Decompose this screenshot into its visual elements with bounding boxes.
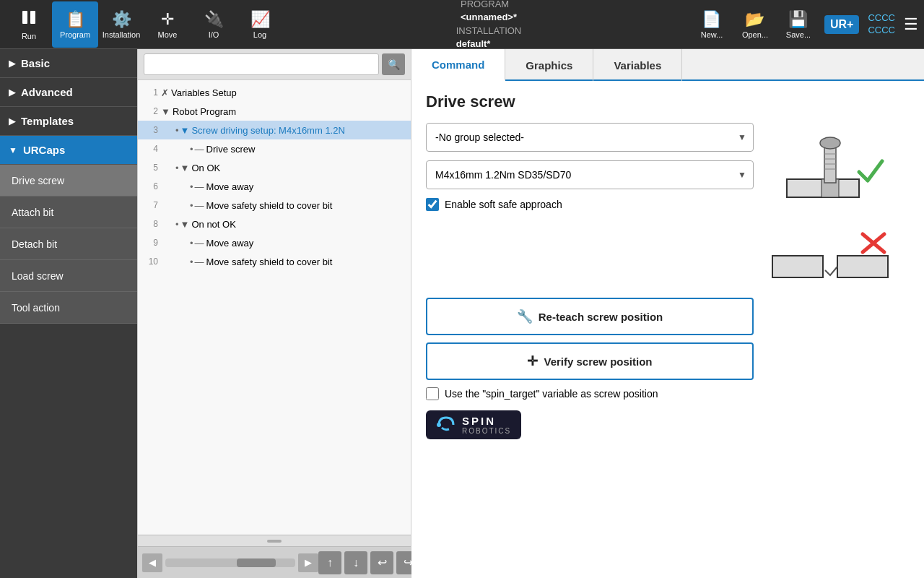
search-bar: 🔍 bbox=[138, 49, 411, 80]
middle-toolbar: ◀ ▶ ↑ ↓ ↩ ↪ ✂ ⧉ 📋 🗑 ⌨ bbox=[138, 546, 411, 578]
screw-type-dropdown-row: M4x16mm 1.2Nm SD35/SD70 bbox=[426, 160, 754, 189]
middle-divider-handle[interactable] bbox=[138, 535, 411, 546]
tree-row[interactable]: 3•▼ Screw driving setup: M4x16mm 1.2N bbox=[138, 121, 411, 139]
tree-node-icon: — bbox=[195, 200, 204, 211]
diagram-ok-svg bbox=[765, 121, 895, 208]
tab-graphics[interactable]: Graphics bbox=[505, 49, 593, 81]
hamburger-menu[interactable]: ☰ bbox=[904, 15, 918, 34]
spin-target-checkbox[interactable] bbox=[426, 387, 439, 400]
toolbar: Run 📋 Program ⚙️ Installation ✛ Move 🔌 I… bbox=[0, 0, 924, 49]
basic-arrow: ▶ bbox=[9, 59, 15, 69]
tree-row[interactable]: 4•— Drive screw bbox=[138, 139, 411, 158]
tree-node-icon: ▼ bbox=[180, 219, 190, 230]
undo-button[interactable]: ↩ bbox=[370, 551, 393, 574]
sidebar-item-load-screw[interactable]: Load screw bbox=[0, 260, 137, 292]
tree-row[interactable]: 1✗ Variables Setup bbox=[138, 83, 411, 102]
tab-command[interactable]: Command bbox=[411, 49, 505, 81]
open-icon: 📂 bbox=[745, 10, 764, 29]
tree-row[interactable]: 5•▼ On OK bbox=[138, 158, 411, 177]
reteach-button[interactable]: 🔧 Re-teach screw position bbox=[426, 298, 754, 335]
sidebar-advanced[interactable]: ▶ Advanced bbox=[0, 78, 137, 107]
tree-dot: • bbox=[190, 256, 193, 267]
middle-panel: 🔍 1✗ Variables Setup2▼ Robot Program3•▼ … bbox=[137, 49, 411, 578]
spin-target-label: Use the "spin_target" variable as screw … bbox=[445, 388, 658, 400]
log-button[interactable]: 📈 Log bbox=[237, 1, 283, 48]
save-icon: 💾 bbox=[788, 10, 808, 29]
svg-rect-1 bbox=[30, 11, 35, 24]
spin-target-row: Use the "spin_target" variable as screw … bbox=[426, 387, 754, 400]
run-button[interactable]: Run bbox=[6, 1, 52, 48]
tree-row[interactable]: 10•— Move safety shield to cover bit bbox=[138, 252, 411, 271]
group-select[interactable]: -No group selected- bbox=[426, 123, 754, 152]
tree-line-num: 6 bbox=[141, 181, 158, 191]
pager-prev[interactable]: ◀ bbox=[142, 553, 162, 572]
io-button[interactable]: 🔌 I/O bbox=[191, 1, 237, 48]
right-content: Drive screw -No group selected- M4x16mm … bbox=[411, 81, 924, 578]
new-button[interactable]: 📄 New... bbox=[694, 10, 729, 39]
sidebar-basic[interactable]: ▶ Basic bbox=[0, 49, 137, 78]
soft-safe-checkbox[interactable] bbox=[426, 198, 439, 211]
tab-variables[interactable]: Variables bbox=[593, 49, 682, 81]
right-panel: Command Graphics Variables Drive screw -… bbox=[411, 49, 924, 578]
installation-button[interactable]: ⚙️ Installation bbox=[98, 1, 144, 48]
tree-line-num: 4 bbox=[141, 144, 158, 154]
reteach-icon: 🔧 bbox=[517, 309, 533, 324]
sidebar-item-tool-action[interactable]: Tool action bbox=[0, 292, 137, 324]
toolbar-right: 📄 New... 📂 Open... 💾 Save... UR+ CCCC CC… bbox=[694, 10, 918, 39]
sidebar-urcaps[interactable]: ▼ URCaps bbox=[0, 136, 137, 165]
verify-icon: ✛ bbox=[527, 353, 538, 369]
tree-node-label: Robot Program bbox=[173, 106, 236, 117]
program-button[interactable]: 📋 Program bbox=[52, 1, 98, 48]
group-dropdown-row: -No group selected- bbox=[426, 123, 754, 152]
sidebar-templates[interactable]: ▶ Templates bbox=[0, 107, 137, 136]
sidebar: ▶ Basic ▶ Advanced ▶ Templates ▼ URCaps … bbox=[0, 49, 137, 578]
search-button[interactable]: 🔍 bbox=[382, 53, 405, 75]
panel-title: Drive screw bbox=[426, 92, 754, 111]
io-icon: 🔌 bbox=[204, 10, 224, 29]
tree-line-num: 7 bbox=[141, 200, 158, 210]
tree-dot: • bbox=[175, 219, 179, 230]
pager-next[interactable]: ▶ bbox=[298, 553, 318, 572]
tree-node-icon: — bbox=[195, 238, 204, 249]
spin-logo-icon bbox=[436, 415, 456, 435]
verify-button[interactable]: ✛ Verify screw position bbox=[426, 342, 754, 380]
svg-point-2 bbox=[437, 423, 441, 427]
tree-row[interactable]: 2▼ Robot Program bbox=[138, 102, 411, 121]
tree-line-num: 2 bbox=[141, 106, 158, 116]
tree-line-num: 1 bbox=[141, 87, 158, 98]
tree-node-icon: ▼ bbox=[180, 125, 190, 136]
spin-text: SPIN bbox=[462, 415, 511, 427]
tree-node-label: On not OK bbox=[191, 219, 235, 230]
tree-node-icon: ✗ bbox=[161, 87, 169, 98]
screw-type-select[interactable]: M4x16mm 1.2Nm SD35/SD70 bbox=[426, 160, 754, 189]
screw-type-dropdown-wrap: M4x16mm 1.2Nm SD35/SD70 bbox=[426, 160, 754, 189]
action-buttons: 🔧 Re-teach screw position ✛ Verify screw… bbox=[426, 298, 754, 380]
tree-line-num: 8 bbox=[141, 219, 158, 229]
tree-line-num: 3 bbox=[141, 125, 158, 135]
tree-node-icon: — bbox=[195, 144, 204, 155]
tree-node-label: Variables Setup bbox=[171, 87, 237, 98]
tree-dot: • bbox=[190, 144, 193, 155]
svg-rect-12 bbox=[837, 256, 888, 277]
move-up-button[interactable]: ↑ bbox=[318, 551, 341, 574]
tree-line-num: 10 bbox=[141, 256, 158, 267]
tree-row[interactable]: 8•▼ On not OK bbox=[138, 215, 411, 233]
save-button[interactable]: 💾 Save... bbox=[781, 10, 816, 39]
tree-dot: • bbox=[175, 125, 179, 136]
tree-row[interactable]: 7•— Move safety shield to cover bit bbox=[138, 196, 411, 215]
open-button[interactable]: 📂 Open... bbox=[738, 10, 772, 39]
sidebar-item-drive-screw[interactable]: Drive screw bbox=[0, 165, 137, 197]
tree-row[interactable]: 6•— Move away bbox=[138, 177, 411, 196]
tree-node-label: Move safety shield to cover bit bbox=[206, 200, 333, 211]
sidebar-item-attach-bit[interactable]: Attach bit bbox=[0, 197, 137, 228]
tree-row[interactable]: 9•— Move away bbox=[138, 233, 411, 252]
right-main: Drive screw -No group selected- M4x16mm … bbox=[426, 92, 754, 566]
search-input[interactable] bbox=[144, 53, 379, 75]
sidebar-item-detach-bit[interactable]: Detach bit bbox=[0, 228, 137, 260]
move-button[interactable]: ✛ Move bbox=[144, 1, 191, 48]
cccc-block: CCCC CCCC bbox=[868, 12, 895, 37]
tree-line-num: 9 bbox=[141, 238, 158, 248]
move-down-button[interactable]: ↓ bbox=[344, 551, 367, 574]
svg-rect-0 bbox=[22, 11, 27, 24]
diagram-ok bbox=[765, 121, 910, 210]
